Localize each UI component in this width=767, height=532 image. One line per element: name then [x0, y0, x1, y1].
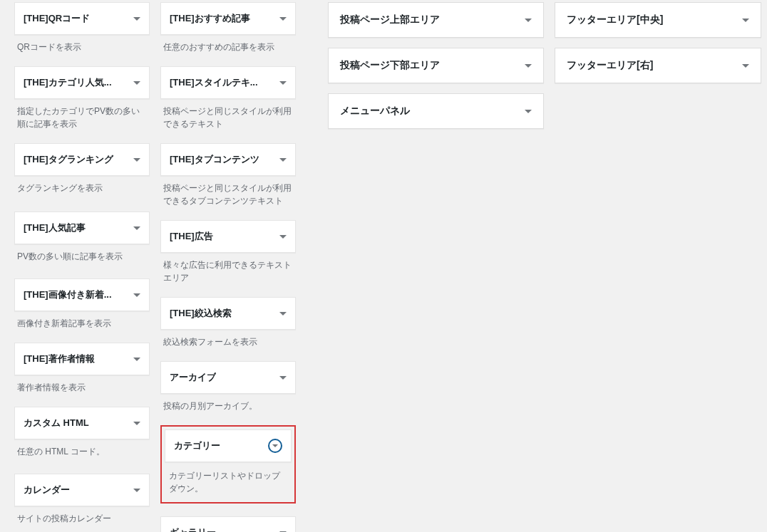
widget-title: [THE]QRコード: [24, 12, 90, 25]
widget-category-popular: [THE]カテゴリ人気... 指定したカテゴリでPV数の多い順に記事を表示: [14, 66, 150, 130]
widget-header[interactable]: [THE]広告: [160, 220, 296, 253]
widget-desc: タグランキングを表示: [14, 176, 150, 194]
chevron-down-icon: [133, 17, 140, 21]
area-footer-right[interactable]: フッターエリア[右]: [555, 48, 761, 83]
widget-desc: 絞込検索フォームを表示: [160, 330, 296, 348]
chevron-down-icon: [279, 158, 287, 162]
chevron-down-icon: [279, 81, 287, 85]
widget-header[interactable]: [THE]スタイルテキ...: [160, 66, 296, 99]
area-post-bottom[interactable]: 投稿ページ下部エリア: [328, 48, 544, 83]
widget-qr-code: [THE]QRコード QRコードを表示: [14, 2, 150, 53]
widget-author-info: [THE]著作者情報 著作者情報を表示: [14, 343, 150, 394]
widget-desc: カテゴリーリストやドロップダウン。: [165, 462, 292, 499]
widget-archive: アーカイブ 投稿の月別アーカイブ。: [160, 361, 296, 412]
area-menu-panel[interactable]: メニューパネル: [328, 93, 544, 129]
widget-title: [THE]人気記事: [24, 221, 86, 234]
widget-title: [THE]タグランキング: [24, 153, 113, 166]
widget-title: ギャラリー: [170, 526, 216, 532]
widget-title: カレンダー: [24, 484, 70, 496]
chevron-down-icon: [279, 235, 287, 239]
chevron-down-icon: [279, 376, 287, 380]
widget-categories-highlight: カテゴリー カテゴリーリストやドロップダウン。: [160, 425, 296, 504]
widget-header[interactable]: ギャラリー: [160, 516, 296, 532]
widget-header[interactable]: [THE]画像付き新着...: [14, 278, 150, 311]
widget-ads: [THE]広告 様々な広告に利用できるテキストエリア: [160, 220, 296, 284]
chevron-down-icon: [279, 17, 287, 21]
widget-title: アーカイブ: [170, 371, 216, 384]
chevron-down-icon: [742, 64, 749, 68]
chevron-down-icon: [133, 158, 140, 162]
widget-desc: QRコードを表示: [14, 35, 150, 53]
widget-popular-posts: [THE]人気記事 PV数の多い順に記事を表示: [14, 212, 150, 263]
widget-header[interactable]: [THE]おすすめ記事: [160, 2, 296, 35]
widget-desc: 様々な広告に利用できるテキストエリア: [160, 253, 296, 284]
widget-custom-html: カスタム HTML 任意の HTML コード。: [14, 407, 150, 458]
widget-header[interactable]: [THE]カテゴリ人気...: [14, 66, 150, 99]
widget-header[interactable]: アーカイブ: [160, 361, 296, 394]
widget-tab-contents: [THE]タブコンテンツ 投稿ページと同じスタイルが利用できるタブコンテンツテキ…: [160, 143, 296, 207]
chevron-down-icon: [133, 293, 140, 297]
area-title: 投稿ページ上部エリア: [340, 14, 440, 26]
widget-title: [THE]画像付き新着...: [24, 288, 112, 301]
widget-title: [THE]スタイルテキ...: [170, 76, 258, 89]
chevron-down-icon: [525, 64, 532, 68]
chevron-down-icon: [525, 110, 532, 113]
chevron-down-icon: [133, 422, 140, 425]
widget-style-text: [THE]スタイルテキ... 投稿ページと同じスタイルが利用できるテキスト: [160, 66, 296, 130]
widget-header[interactable]: カスタム HTML: [14, 407, 150, 439]
widget-desc: 著作者情報を表示: [14, 375, 150, 394]
widget-desc: PV数の多い順に記事を表示: [14, 244, 150, 263]
chevron-down-icon: [133, 358, 140, 361]
chevron-down-icon: [133, 81, 140, 85]
widget-title: カスタム HTML: [24, 417, 89, 429]
chevron-down-circle-icon[interactable]: [268, 439, 282, 453]
widget-header[interactable]: カレンダー: [14, 474, 150, 506]
widget-title: [THE]カテゴリ人気...: [24, 76, 112, 89]
widget-column-2: [THE]おすすめ記事 任意のおすすめの記事を表示 [THE]スタイルテキ...…: [160, 2, 296, 532]
widget-desc: 投稿ページと同じスタイルが利用できるテキスト: [160, 99, 296, 130]
widget-title: [THE]絞込検索: [170, 307, 232, 320]
widget-desc: 任意の HTML コード。: [14, 439, 150, 458]
widget-header[interactable]: [THE]絞込検索: [160, 297, 296, 330]
widget-desc: 投稿ページと同じスタイルが利用できるタブコンテンツテキスト: [160, 176, 296, 207]
widget-gallery: ギャラリー 画像ギャラリーを表示しま: [160, 516, 296, 532]
area-post-top[interactable]: 投稿ページ上部エリア: [328, 2, 544, 38]
widget-header[interactable]: [THE]著作者情報: [14, 343, 150, 375]
widget-refine-search: [THE]絞込検索 絞込検索フォームを表示: [160, 297, 296, 348]
widget-header[interactable]: [THE]タグランキング: [14, 143, 150, 176]
widget-desc: 画像付き新着記事を表示: [14, 311, 150, 330]
chevron-down-icon: [133, 489, 140, 492]
chevron-down-icon: [279, 312, 287, 315]
widget-title: [THE]著作者情報: [24, 353, 95, 365]
widget-header[interactable]: [THE]人気記事: [14, 212, 150, 244]
area-title: 投稿ページ下部エリア: [340, 59, 440, 72]
widget-recommended-posts: [THE]おすすめ記事 任意のおすすめの記事を表示: [160, 2, 296, 53]
widget-title: [THE]広告: [170, 230, 213, 243]
widget-title: カテゴリー: [174, 439, 220, 452]
widget-header[interactable]: [THE]タブコンテンツ: [160, 143, 296, 176]
chevron-down-icon: [525, 19, 532, 22]
area-title: フッターエリア[中央]: [567, 14, 663, 26]
area-title: フッターエリア[右]: [567, 59, 653, 72]
widget-calendar: カレンダー サイトの投稿カレンダー: [14, 474, 150, 525]
sidebar-areas-column-1: 投稿ページ上部エリア 投稿ページ下部エリア メニューパネル: [328, 2, 544, 139]
widget-title: [THE]おすすめ記事: [170, 12, 250, 25]
widget-desc: サイトの投稿カレンダー: [14, 506, 150, 525]
sidebar-areas-column-2: フッターエリア[中央] フッターエリア[右]: [555, 2, 761, 93]
widget-title: [THE]タブコンテンツ: [170, 153, 259, 166]
widget-image-new-posts: [THE]画像付き新着... 画像付き新着記事を表示: [14, 278, 150, 330]
widget-column-1: [THE]QRコード QRコードを表示 [THE]カテゴリ人気... 指定したカ…: [14, 2, 150, 532]
widget-header[interactable]: [THE]QRコード: [14, 2, 150, 35]
chevron-down-icon: [742, 19, 749, 22]
widget-desc: 任意のおすすめの記事を表示: [160, 35, 296, 53]
widget-tag-ranking: [THE]タグランキング タグランキングを表示: [14, 143, 150, 194]
widget-header[interactable]: カテゴリー: [165, 429, 292, 462]
chevron-down-icon: [133, 226, 140, 230]
area-title: メニューパネル: [340, 105, 410, 118]
widget-desc: 指定したカテゴリでPV数の多い順に記事を表示: [14, 99, 150, 130]
area-footer-center[interactable]: フッターエリア[中央]: [555, 2, 761, 38]
widget-desc: 投稿の月別アーカイブ。: [160, 394, 296, 412]
